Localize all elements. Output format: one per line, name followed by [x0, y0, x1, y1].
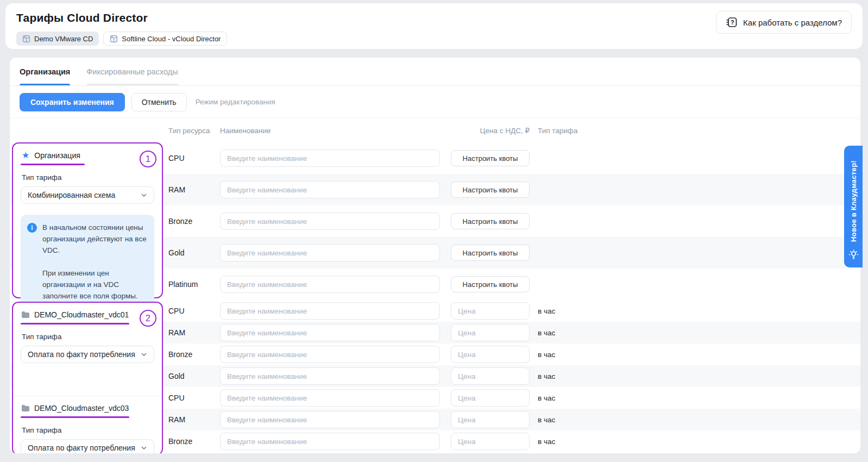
lightbulb-icon	[848, 249, 859, 260]
annotation-underline	[21, 164, 85, 165]
resource-label: Bronze	[168, 217, 220, 226]
folder-icon	[22, 311, 29, 318]
name-input[interactable]	[220, 213, 440, 230]
cancel-button[interactable]: Отменить	[131, 93, 187, 111]
name-input[interactable]	[220, 367, 440, 385]
star-icon: ★	[22, 151, 29, 160]
resource-label: Bronze	[168, 350, 220, 359]
price-input[interactable]	[451, 411, 530, 428]
chevron-down-icon	[141, 351, 147, 358]
help-book-icon: ?	[726, 16, 738, 28]
resource-label: Gold	[168, 248, 220, 257]
name-input[interactable]	[220, 302, 440, 320]
price-input[interactable]	[451, 302, 530, 320]
per-hour-label: в час	[538, 307, 555, 315]
quota-button[interactable]: Настроить квоты	[451, 276, 530, 292]
info-paragraph: В начальном состоянии цены организации д…	[42, 222, 148, 256]
vdc03-header: DEMO_Cloudmaster_vdc03	[20, 404, 155, 413]
quota-button[interactable]: Настроить квоты	[451, 245, 530, 261]
tab-label: Организация	[20, 67, 70, 76]
name-input[interactable]	[220, 276, 440, 293]
promo-label: Новое в Клаудмастер!	[850, 160, 858, 242]
name-input[interactable]	[220, 433, 440, 450]
content-card: Организация Фиксированные расходы Сохран…	[10, 58, 860, 453]
resource-label: Platinum	[168, 280, 220, 289]
badge-label: Softline Cloud - vCloud Director	[122, 35, 221, 43]
annotation-callout-1: 1	[140, 151, 156, 167]
tariff-type-select[interactable]: Комбинированная схема	[21, 186, 154, 204]
tab-label: Фиксированные расходы	[86, 67, 178, 76]
quota-button[interactable]: Настроить квоты	[451, 213, 530, 229]
quota-button[interactable]: Настроить квоты	[451, 182, 530, 198]
price-input[interactable]	[451, 324, 530, 341]
select-value: Комбинированная схема	[28, 191, 115, 199]
name-input[interactable]	[220, 411, 440, 428]
name-input[interactable]	[220, 346, 440, 363]
info-icon: i	[27, 223, 37, 233]
tab-organization[interactable]: Организация	[20, 58, 70, 85]
edit-mode-label: Режим редактирования	[196, 98, 275, 106]
page-header: Тарифы Cloud Director Demo VMware CD Sof…	[5, 3, 863, 49]
promo-tab[interactable]: Новое в Клаудмастер!	[844, 146, 863, 267]
divider	[13, 396, 162, 396]
organization-header: ★ Организация	[20, 151, 155, 160]
annotation-underline	[21, 323, 129, 324]
help-button[interactable]: ? Как работать с разделом?	[716, 11, 852, 34]
badge-label: Demo VMware CD	[34, 35, 93, 43]
column-header-price: Цена с НДС, ₽	[440, 126, 530, 135]
annotation-box-vdc: 2 DEMO_Cloudmaster_vdc01 Тип тарифа Опла…	[12, 302, 163, 453]
column-header-resource-type: Тип ресурса	[168, 127, 220, 135]
column-header-name: Наименование	[220, 127, 440, 135]
resource-label: RAM	[168, 415, 220, 424]
per-hour-label: в час	[538, 372, 555, 380]
toolbar: Сохранить изменения Отменить Режим редак…	[10, 86, 860, 118]
name-input[interactable]	[220, 244, 440, 261]
save-changes-button[interactable]: Сохранить изменения	[20, 93, 125, 111]
per-hour-label: в час	[538, 438, 555, 446]
resource-label: CPU	[168, 154, 220, 163]
per-hour-label: в час	[538, 416, 555, 424]
table-area: CPU Настроить квоты RAM Настроить квоты …	[10, 142, 860, 452]
name-input[interactable]	[220, 181, 440, 198]
resource-label: RAM	[168, 328, 220, 337]
name-input[interactable]	[220, 149, 440, 167]
vdc01-title: DEMO_Cloudmaster_vdc01	[34, 310, 129, 319]
badge-softline-cloud[interactable]: Softline Cloud - vCloud Director	[103, 32, 227, 46]
organization-title: Организация	[34, 151, 80, 160]
tab-fixed-costs[interactable]: Фиксированные расходы	[86, 58, 178, 85]
price-input[interactable]	[451, 367, 530, 385]
tariff-type-label: Тип тарифа	[22, 333, 155, 341]
tariff-type-label: Тип тарифа	[22, 426, 155, 434]
table-header: Тип ресурса Наименование Цена с НДС, ₽ Т…	[10, 118, 860, 142]
vdc03-title: DEMO_Cloudmaster_vdc03	[34, 404, 129, 413]
annotation-callout-2: 2	[140, 310, 156, 327]
tabbar: Организация Фиксированные расходы	[10, 58, 860, 86]
price-input[interactable]	[451, 433, 530, 450]
annotation-box-organization: 1 ★ Организация Тип тарифа Комбинированн…	[12, 142, 163, 298]
resource-label: CPU	[168, 394, 220, 402]
quota-button[interactable]: Настроить квоты	[451, 150, 530, 166]
info-paragraph: При изменении цен организации и на VDC з…	[42, 267, 148, 302]
resource-label: Bronze	[168, 437, 220, 446]
per-hour-label: в час	[538, 351, 555, 359]
info-box: i В начальном состоянии цены организации…	[21, 215, 154, 309]
cloud-service-icon	[110, 35, 118, 43]
tariff-type-select[interactable]: Оплата по факту потребления	[21, 346, 154, 363]
svg-text:?: ?	[731, 19, 734, 26]
tariff-type-label: Тип тарифа	[22, 173, 155, 182]
chevron-down-icon	[141, 192, 147, 198]
badge-demo-vmware-cd[interactable]: Demo VMware CD	[16, 32, 99, 46]
resource-label: RAM	[168, 185, 220, 194]
help-button-label: Как работать с разделом?	[743, 18, 842, 27]
resource-label: Gold	[168, 372, 220, 380]
resource-label: CPU	[168, 307, 220, 315]
tariff-type-select[interactable]: Оплата по факту потребления	[21, 439, 154, 453]
page: Тарифы Cloud Director Demo VMware CD Sof…	[0, 0, 868, 462]
price-input[interactable]	[451, 389, 530, 407]
price-input[interactable]	[451, 346, 530, 363]
per-hour-label: в час	[538, 394, 555, 402]
chevron-down-icon	[141, 445, 147, 451]
vdc01-header: DEMO_Cloudmaster_vdc01	[20, 310, 155, 319]
name-input[interactable]	[220, 389, 440, 407]
name-input[interactable]	[220, 324, 440, 341]
